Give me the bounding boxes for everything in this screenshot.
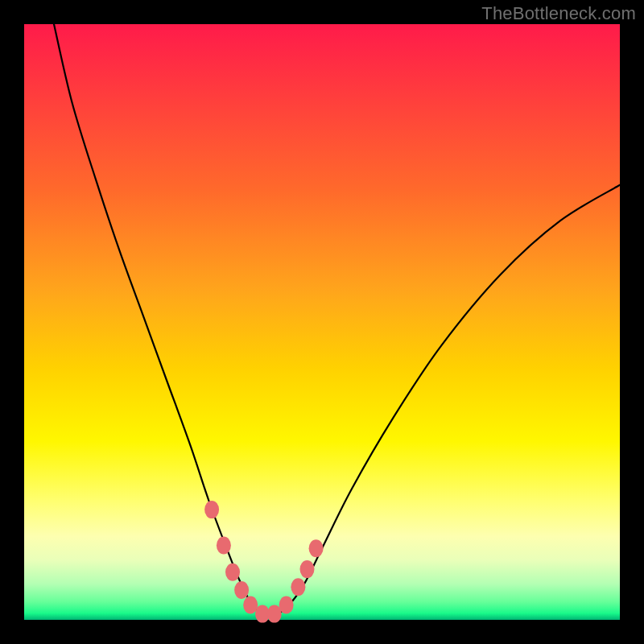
- curve-marker: [225, 564, 240, 581]
- curve-layer: [24, 24, 620, 620]
- curve-marker: [291, 578, 305, 596]
- curve-marker: [309, 539, 324, 557]
- curve-marker: [217, 537, 231, 555]
- curve-marker: [279, 597, 294, 614]
- curve-marker: [204, 501, 219, 518]
- watermark-text: TheBottleneck.com: [481, 3, 636, 24]
- chart-frame: TheBottleneck.com: [0, 0, 644, 644]
- plot-area: [24, 24, 620, 620]
- marker-group: [204, 501, 324, 623]
- curve-marker: [234, 581, 249, 599]
- bottleneck-curve: [54, 24, 620, 615]
- curve-marker: [300, 560, 315, 578]
